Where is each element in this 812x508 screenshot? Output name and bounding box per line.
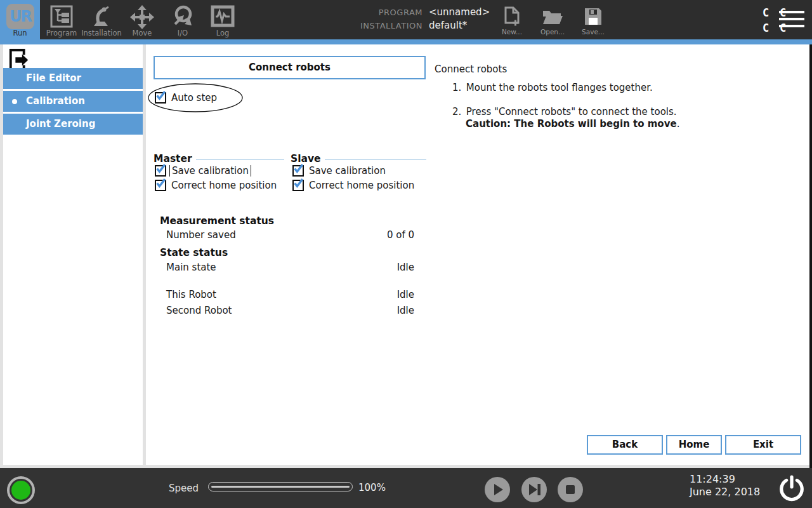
bottom-bar: Speed 100% 11:24:39 June 22, 2018	[0, 468, 812, 508]
sidebar-item-label: File Editor	[26, 72, 81, 84]
speed-slider[interactable]	[208, 482, 353, 491]
speed-label: Speed	[169, 483, 199, 494]
main-state-value: Idle	[397, 262, 414, 273]
main-panel: Connect robots Auto step Master Slave Sa…	[146, 44, 809, 465]
status-char-1: C	[763, 6, 769, 19]
number-saved-label: Number saved	[166, 229, 236, 241]
play-button[interactable]	[485, 477, 510, 502]
time-text: 11:24:39	[690, 473, 760, 486]
right-edge-strip	[809, 44, 812, 468]
save-button-label: Save...	[573, 28, 613, 36]
tab-run-label: Run	[0, 29, 40, 37]
tab-run[interactable]: UR Run	[0, 0, 40, 39]
program-name: <unnamed>	[429, 6, 490, 18]
open-folder-icon	[532, 6, 573, 27]
sidebar-item-file-editor[interactable]: File Editor	[3, 68, 143, 89]
status-char-3: C	[763, 22, 769, 34]
current-item-bullet	[12, 99, 17, 104]
caution-line: Caution: The Robots will begin to move.	[466, 118, 679, 130]
back-button[interactable]: Back	[587, 435, 663, 455]
new-button-label: New...	[492, 28, 532, 36]
step-forward-button[interactable]	[521, 477, 547, 502]
open-button-label: Open...	[532, 28, 573, 36]
new-file-icon	[492, 6, 532, 27]
sidebar: File Editor Calibration Joint Zeroing	[3, 44, 143, 465]
auto-step-row: Auto step	[155, 92, 217, 104]
instruction-step-2: 2. Press "Connect robots" to connect the…	[452, 106, 677, 117]
master-save-calibration-checkbox[interactable]	[155, 165, 166, 177]
instructions-title: Connect robots	[435, 64, 507, 75]
master-section-title: Master	[154, 153, 284, 164]
master-save-calibration-label: Save calibration	[169, 165, 251, 177]
exit-button[interactable]: Exit	[725, 435, 801, 455]
save-button[interactable]: Save...	[573, 3, 613, 36]
sidebar-item-label: Joint Zeroing	[26, 118, 95, 130]
main-state-label: Main state	[166, 262, 216, 273]
caution-text: Caution: The Robots will begin to move	[466, 118, 677, 130]
new-button[interactable]: New...	[492, 3, 532, 36]
master-correct-home-checkbox[interactable]	[155, 180, 166, 191]
slave-correct-home-checkbox[interactable]	[292, 180, 304, 191]
number-saved-row: Number saved 0 of 0	[166, 229, 414, 241]
home-button[interactable]: Home	[666, 435, 722, 455]
main-state-row: Main state Idle	[166, 262, 414, 273]
hamburger-menu-icon[interactable]	[779, 11, 804, 30]
second-robot-label: Second Robot	[166, 305, 232, 316]
slave-save-calibration-checkbox[interactable]	[292, 165, 304, 177]
slave-save-calibration-row: Save calibration	[292, 165, 386, 177]
power-icon[interactable]	[778, 475, 806, 503]
sidebar-item-label: Calibration	[26, 95, 85, 107]
sidebar-item-calibration[interactable]: Calibration	[3, 91, 143, 112]
step-text: Mount the robots tool flanges together.	[466, 82, 653, 93]
step-number: 1.	[452, 82, 463, 93]
slave-correct-home-label: Correct home position	[309, 180, 414, 191]
clock: 11:24:39 June 22, 2018	[690, 473, 760, 498]
step-number: 2.	[452, 106, 463, 117]
status-indicator-green-light	[11, 481, 30, 500]
auto-step-checkbox[interactable]	[155, 92, 166, 104]
slave-correct-home-row: Correct home position	[292, 180, 414, 191]
master-save-calibration-row: Save calibration	[155, 165, 251, 177]
instruction-step-1: 1. Mount the robots tool flanges togethe…	[452, 82, 653, 93]
measurement-status-title: Measurement status	[160, 215, 274, 227]
robot-status-indicator[interactable]	[7, 476, 35, 504]
step-text: Press "Connect robots" to connect the to…	[466, 106, 677, 117]
speed-slider-track	[211, 486, 350, 488]
date-text: June 22, 2018	[690, 486, 760, 498]
state-status-title: State status	[160, 247, 228, 258]
top-bar: UR Run Program	[0, 0, 812, 39]
number-saved-value: 0 of 0	[387, 229, 414, 241]
installation-name: default*	[429, 20, 467, 31]
stop-button[interactable]	[558, 477, 583, 502]
master-correct-home-row: Correct home position	[155, 180, 277, 191]
tab-log[interactable]: Log	[197, 0, 248, 39]
slave-section-title: Slave	[291, 153, 426, 164]
save-floppy-icon	[573, 6, 613, 27]
second-robot-value: Idle	[397, 305, 414, 316]
tab-log-label: Log	[197, 29, 248, 37]
installation-label: INSTALLATION	[360, 21, 422, 30]
ur-logo: UR	[6, 4, 34, 29]
master-correct-home-label: Correct home position	[171, 180, 277, 191]
this-robot-label: This Robot	[166, 289, 216, 300]
auto-step-label: Auto step	[171, 92, 217, 104]
slave-save-calibration-label: Save calibration	[309, 165, 386, 177]
accent-strip	[0, 39, 812, 44]
second-robot-row: Second Robot Idle	[166, 305, 414, 316]
this-robot-row: This Robot Idle	[166, 289, 414, 300]
open-button[interactable]: Open...	[532, 3, 573, 36]
speed-percent: 100%	[358, 482, 386, 493]
program-label: PROGRAM	[379, 8, 422, 17]
polyscope-screen: UR Run Program	[0, 0, 812, 508]
this-robot-value: Idle	[397, 289, 414, 300]
sidebar-item-joint-zeroing[interactable]: Joint Zeroing	[3, 114, 143, 135]
connect-robots-button[interactable]: Connect robots	[154, 56, 426, 79]
